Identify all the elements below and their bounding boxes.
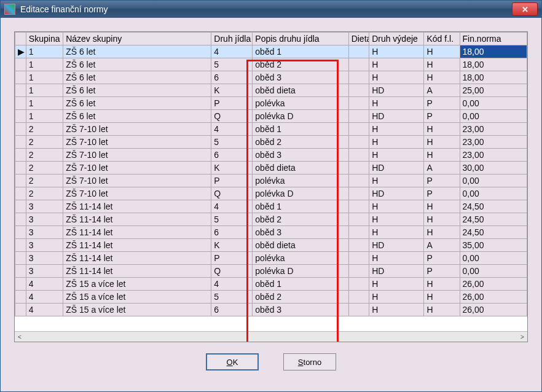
cell-naz[interactable]: ZŠ 7-10 let [63,162,211,174]
cell-naz[interactable]: ZŠ 6 let [63,84,211,97]
row-selector[interactable] [15,187,26,200]
cell-druh[interactable]: 4 [211,45,253,58]
cell-sk[interactable]: 3 [26,252,63,265]
cell-pop[interactable]: oběd 2 [253,58,348,71]
cell-sk[interactable]: 1 [26,97,63,110]
horizontal-scrollbar[interactable]: < > [15,331,527,342]
row-selector[interactable] [15,71,26,84]
cell-fin[interactable]: 23,00 [460,136,527,149]
cell-pop[interactable]: oběd 3 [253,304,348,316]
cell-fin[interactable]: 0,00 [460,97,527,110]
table-row[interactable]: 4ZŠ 15 a více let6oběd 3HH26,00 [15,304,527,316]
cell-pop[interactable]: oběd 1 [253,123,348,136]
cell-vyd[interactable]: H [369,45,424,58]
cell-diet[interactable] [348,45,369,58]
close-button[interactable]: ✕ [512,2,538,16]
table-row[interactable]: 3ZŠ 11-14 let5oběd 2HH24,50 [15,213,527,226]
table-row[interactable]: 2ZŠ 7-10 let5oběd 2HH23,00 [15,136,527,149]
cell-pop[interactable]: polévka D [253,265,348,278]
scroll-left-icon[interactable]: < [15,332,25,342]
cell-diet[interactable] [348,174,369,187]
cell-naz[interactable]: ZŠ 11-14 let [63,239,211,252]
header-fin[interactable]: Fin.norma [460,33,527,45]
cell-vyd[interactable]: HD [369,110,424,123]
header-dieta[interactable]: Dieta [348,33,369,45]
cell-kod[interactable]: P [424,187,460,200]
cell-kod[interactable]: H [424,291,460,304]
row-selector[interactable] [15,213,26,226]
cell-kod[interactable]: P [424,174,460,187]
header-kod[interactable]: Kód f.l. [424,33,460,45]
cell-vyd[interactable]: H [369,278,424,291]
cell-sk[interactable]: 4 [26,291,63,304]
cell-vyd[interactable]: HD [369,162,424,174]
cell-naz[interactable]: ZŠ 15 a více let [63,291,211,304]
cell-kod[interactable]: H [424,123,460,136]
row-selector[interactable] [15,84,26,97]
cell-druh[interactable]: 6 [211,226,253,239]
cell-fin[interactable]: 26,00 [460,304,527,316]
cell-pop[interactable]: oběd 2 [253,291,348,304]
cell-sk[interactable]: 2 [26,149,63,162]
row-selector[interactable] [15,226,26,239]
cell-diet[interactable] [348,97,369,110]
cell-pop[interactable]: oběd dieta [253,239,348,252]
table-row[interactable]: 1ZŠ 6 letKoběd dietaHDA25,00 [15,84,527,97]
cell-kod[interactable]: H [424,278,460,291]
row-selector[interactable] [15,252,26,265]
cell-kod[interactable]: H [424,304,460,316]
cell-pop[interactable]: oběd 2 [253,136,348,149]
cell-pop[interactable]: oběd 1 [253,200,348,213]
cell-kod[interactable]: H [424,213,460,226]
cell-fin[interactable]: 18,00 [460,45,527,58]
cell-druh[interactable]: Q [211,265,253,278]
cell-fin[interactable]: 23,00 [460,149,527,162]
cell-fin[interactable]: 24,50 [460,213,527,226]
table-row[interactable]: 2ZŠ 7-10 let6oběd 3HH23,00 [15,149,527,162]
cell-kod[interactable]: H [424,71,460,84]
cell-fin[interactable]: 0,00 [460,265,527,278]
header-druh[interactable]: Druh jídla [211,33,253,45]
cell-pop[interactable]: polévka [253,252,348,265]
cell-diet[interactable] [348,84,369,97]
cell-diet[interactable] [348,162,369,174]
cell-pop[interactable]: polévka D [253,110,348,123]
cell-diet[interactable] [348,304,369,316]
cell-naz[interactable]: ZŠ 7-10 let [63,187,211,200]
row-selector[interactable] [15,136,26,149]
cell-fin[interactable]: 0,00 [460,174,527,187]
cell-vyd[interactable]: HD [369,265,424,278]
cell-druh[interactable]: 5 [211,213,253,226]
cell-vyd[interactable]: H [369,304,424,316]
cell-fin[interactable]: 35,00 [460,239,527,252]
cell-druh[interactable]: K [211,239,253,252]
cell-fin[interactable]: 24,50 [460,200,527,213]
header-popis[interactable]: Popis druhu jídla [253,33,348,45]
cell-sk[interactable]: 3 [26,265,63,278]
row-selector[interactable] [15,58,26,71]
table-row[interactable]: ▶1ZŠ 6 let4oběd 1HH18,00 [15,45,527,58]
cell-vyd[interactable]: H [369,174,424,187]
cell-fin[interactable]: 23,00 [460,123,527,136]
cell-diet[interactable] [348,239,369,252]
cell-naz[interactable]: ZŠ 11-14 let [63,265,211,278]
cell-vyd[interactable]: HD [369,239,424,252]
cell-sk[interactable]: 2 [26,187,63,200]
cell-sk[interactable]: 1 [26,58,63,71]
cell-fin[interactable]: 26,00 [460,278,527,291]
cell-vyd[interactable]: H [369,71,424,84]
table-row[interactable]: 2ZŠ 7-10 letPpolévkaHP0,00 [15,174,527,187]
cell-pop[interactable]: oběd 3 [253,226,348,239]
row-selector[interactable] [15,265,26,278]
cell-naz[interactable]: ZŠ 6 let [63,45,211,58]
row-selector[interactable]: ▶ [15,45,26,58]
cell-naz[interactable]: ZŠ 11-14 let [63,252,211,265]
cell-diet[interactable] [348,200,369,213]
table-row[interactable]: 3ZŠ 11-14 let6oběd 3HH24,50 [15,226,527,239]
cell-diet[interactable] [348,58,369,71]
cell-naz[interactable]: ZŠ 6 let [63,97,211,110]
table-row[interactable]: 2ZŠ 7-10 letQpolévka DHDP0,00 [15,187,527,200]
cell-pop[interactable]: oběd 3 [253,149,348,162]
cell-kod[interactable]: H [424,226,460,239]
cell-druh[interactable]: P [211,174,253,187]
